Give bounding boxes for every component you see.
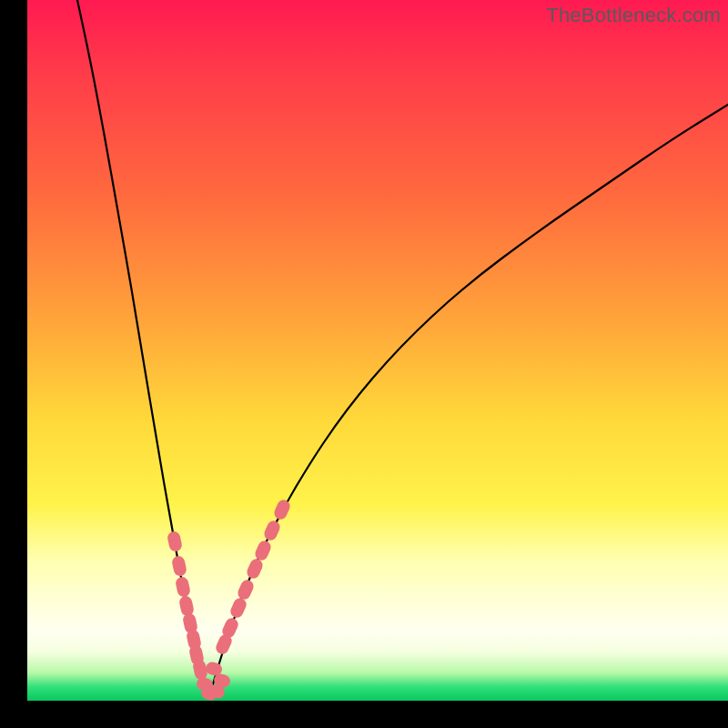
plot-area: TheBottleneck.com — [27, 0, 728, 701]
beads-group — [167, 498, 292, 701]
svg-rect-10 — [228, 596, 248, 620]
svg-rect-11 — [236, 578, 256, 602]
bead — [272, 498, 292, 521]
svg-rect-1 — [171, 555, 187, 577]
bead — [245, 557, 265, 581]
svg-rect-15 — [272, 498, 292, 521]
bead — [171, 555, 187, 577]
bead — [175, 576, 191, 598]
bead — [167, 531, 183, 552]
bead — [236, 578, 256, 602]
bead — [228, 596, 248, 620]
chart-frame: TheBottleneck.com — [0, 0, 728, 728]
svg-rect-13 — [253, 539, 273, 562]
svg-rect-3 — [178, 595, 195, 617]
curve-layer — [27, 0, 728, 701]
bead — [253, 539, 273, 562]
svg-rect-12 — [245, 557, 265, 581]
svg-rect-14 — [262, 519, 282, 542]
bead — [178, 595, 195, 617]
svg-rect-2 — [175, 576, 191, 598]
svg-rect-0 — [167, 531, 183, 552]
bead — [262, 519, 282, 542]
right-curve — [209, 105, 728, 697]
